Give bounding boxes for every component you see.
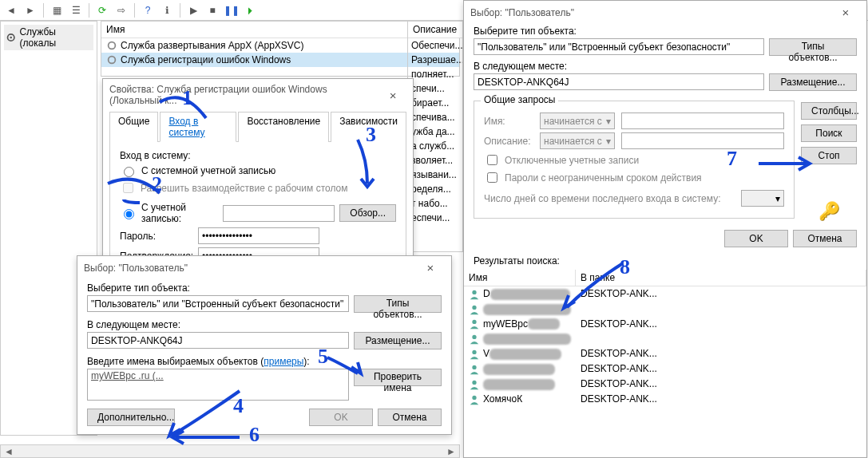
columns-button[interactable]: Столбцы... <box>801 102 857 120</box>
location-field <box>474 73 764 90</box>
close-icon[interactable]: × <box>416 261 445 274</box>
forward-icon[interactable]: ► <box>22 2 38 18</box>
chk-disabled-label: Отключенные учетные записи <box>505 155 639 166</box>
tab-deps[interactable]: Зависимости <box>331 112 406 142</box>
help-icon[interactable]: ? <box>140 2 156 18</box>
result-row[interactable] <box>464 302 866 317</box>
service-row[interactable]: Служба развертывания AppX (AppXSVC) <box>101 38 459 53</box>
window-title: Свойства: Служба регистрации ошибок Wind… <box>109 84 379 106</box>
radio-system[interactable] <box>124 167 134 177</box>
col-name[interactable]: Имя <box>464 270 576 286</box>
tabs: Общие Вход в систему Восстановление Зави… <box>109 111 406 141</box>
tab-general[interactable]: Общие <box>109 112 158 142</box>
desc-value-field[interactable] <box>621 132 784 149</box>
pause-icon[interactable]: ❚❚ <box>224 2 240 18</box>
col-name[interactable]: Имя <box>101 22 459 38</box>
window-title: Выбор: "Пользователь" <box>470 7 574 18</box>
desc-cell: Обеспечи... <box>408 38 462 53</box>
result-row[interactable]: DESKTOP-ANK... <box>464 361 866 377</box>
name-condition-select[interactable]: начинается с▾ <box>540 113 615 129</box>
stop-icon[interactable]: ■ <box>204 2 220 18</box>
result-row[interactable]: DESKTOP-ANK... <box>464 377 866 392</box>
desc-cell: зволяет... <box>408 153 462 168</box>
chk-desktop-label: Разрешить взаимодействие с рабочим столо… <box>141 183 347 194</box>
svg-point-2 <box>109 42 116 49</box>
tab-logon[interactable]: Вход в систему <box>160 112 236 142</box>
password-label: Пароль: <box>120 231 192 242</box>
name-value-field[interactable] <box>621 113 784 129</box>
scroll-right-icon[interactable]: ► <box>445 446 458 457</box>
properties-window: Свойства: Служба регистрации ошибок Wind… <box>102 78 414 280</box>
browse-button[interactable]: Обзор... <box>339 204 396 222</box>
location-button[interactable]: Размещение... <box>769 73 857 91</box>
password-field[interactable] <box>198 227 319 244</box>
ok-button[interactable]: OK <box>309 409 373 426</box>
chk-pwnever-label: Пароли с неограниченным сроком действия <box>505 172 702 184</box>
result-row[interactable]: DDESKTOP-ANK... <box>464 286 866 302</box>
play-icon[interactable]: ▶ <box>185 2 201 18</box>
sidebar-item-services[interactable]: Службы (локалы <box>4 25 93 50</box>
col-folder[interactable]: В папке <box>576 270 866 286</box>
back-icon[interactable]: ◄ <box>3 2 19 18</box>
chk-pwnever[interactable] <box>487 172 497 183</box>
tab-recovery[interactable]: Восстановление <box>238 112 329 142</box>
grid-icon[interactable]: ▦ <box>49 2 65 18</box>
find-button[interactable]: Поиск <box>801 124 857 142</box>
logon-label: Вход в систему: <box>120 150 396 161</box>
info-icon[interactable]: ℹ <box>159 2 175 18</box>
list-icon[interactable]: ☰ <box>68 2 84 18</box>
object-type-label: Выберите тип объекта: <box>87 282 442 294</box>
chk-desktop[interactable] <box>123 183 133 193</box>
col-desc[interactable]: Описание <box>408 22 462 38</box>
desc-condition-select[interactable]: начинается с▾ <box>540 132 615 149</box>
advanced-button[interactable]: Дополнительно... <box>87 409 175 426</box>
svg-point-1 <box>10 37 12 39</box>
desc-cell: полняет... <box>408 67 462 81</box>
svg-point-4 <box>472 290 476 294</box>
location-field <box>87 332 349 349</box>
select-user-dialog-1: Выбор: "Пользователь" × Выберите тип объ… <box>77 255 452 435</box>
scrollbar-horizontal[interactable]: ◄ ► <box>0 444 460 458</box>
cancel-button[interactable]: Отмена <box>378 409 442 426</box>
names-label: Введите имена выбираемых объектов (приме… <box>87 356 442 367</box>
types-button[interactable]: Типы объектов... <box>354 295 442 313</box>
titlebar[interactable]: Свойства: Служба регистрации ошибок Wind… <box>103 79 413 111</box>
result-row[interactable]: VDESKTOP-ANK... <box>464 346 866 361</box>
account-field[interactable] <box>223 205 335 222</box>
result-row[interactable]: ХомячоКDESKTOP-ANK... <box>464 392 866 407</box>
check-names-button[interactable]: Проверить имена <box>354 369 442 386</box>
service-row[interactable]: Служба регистрации ошибок Windows <box>101 53 459 67</box>
result-row[interactable] <box>464 331 866 346</box>
resume-icon[interactable]: ⏵ <box>243 2 259 18</box>
radio-system-label: С системной учетной записью <box>141 165 275 176</box>
cancel-button[interactable]: Отмена <box>793 230 857 247</box>
object-type-field <box>87 295 349 312</box>
titlebar[interactable]: Выбор: "Пользователь" × <box>464 1 866 24</box>
desc-cell: ужба да... <box>408 124 462 139</box>
days-select[interactable]: ▾ <box>741 190 784 207</box>
group-title: Общие запросы <box>481 94 558 105</box>
examples-link[interactable]: примеры <box>264 356 303 367</box>
names-field[interactable]: myWEBpc .ru (... <box>87 369 349 401</box>
ok-button[interactable]: OK <box>724 230 788 247</box>
object-type-label: Выберите тип объекта: <box>474 26 857 37</box>
services-pane: Имя Служба развертывания AppX (AppXSVC) … <box>101 21 460 77</box>
scroll-left-icon[interactable]: ◄ <box>2 446 15 457</box>
titlebar[interactable]: Выбор: "Пользователь" × <box>77 256 451 279</box>
svg-point-3 <box>109 57 116 64</box>
desc-cell: бирает... <box>408 96 462 110</box>
close-icon[interactable]: × <box>831 6 860 19</box>
chk-disabled[interactable] <box>487 155 497 165</box>
refresh-icon[interactable]: ⟳ <box>94 2 110 18</box>
results-table: Имя В папке DDESKTOP-ANK...myWEBpcDESKTO… <box>464 270 866 407</box>
types-button[interactable]: Типы объектов... <box>769 38 857 56</box>
close-icon[interactable]: × <box>379 89 406 102</box>
desc-cell: т набо... <box>408 196 462 211</box>
location-button[interactable]: Размещение... <box>354 332 442 349</box>
radio-account[interactable] <box>124 209 134 219</box>
result-row[interactable]: myWEBpcDESKTOP-ANK... <box>464 317 866 332</box>
export-icon[interactable]: ⇨ <box>113 2 129 18</box>
svg-point-9 <box>472 365 476 369</box>
svg-point-11 <box>472 395 476 399</box>
stop-button[interactable]: Стоп <box>801 147 857 164</box>
